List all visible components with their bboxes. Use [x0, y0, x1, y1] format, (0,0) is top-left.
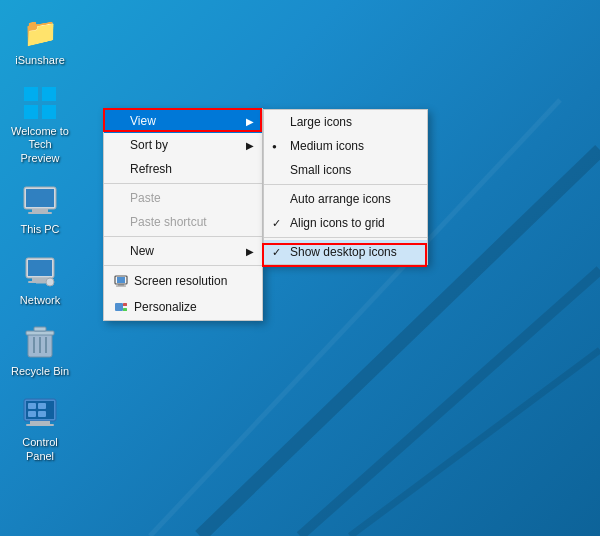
network-label: Network [20, 294, 60, 307]
svg-rect-35 [116, 286, 126, 287]
sort-label: Sort by [130, 138, 168, 152]
desktop-icon-network[interactable]: Network [5, 248, 75, 311]
thispc-icon [20, 181, 60, 221]
desktop-icon-welcome[interactable]: Welcome to Tech Preview [5, 79, 75, 169]
svg-rect-29 [38, 411, 46, 417]
svg-line-2 [350, 350, 600, 536]
align-check: ✓ [272, 217, 288, 230]
svg-rect-34 [118, 284, 124, 286]
view-submenu: Large icons ● Medium icons Small icons A… [263, 109, 428, 265]
svg-rect-11 [28, 212, 52, 214]
svg-point-16 [46, 278, 54, 286]
context-menu-paste-shortcut: Paste shortcut [104, 210, 262, 234]
desktop-icon-thispc[interactable]: This PC [5, 177, 75, 240]
context-menu-paste: Paste [104, 186, 262, 210]
medium-label: Medium icons [290, 139, 364, 153]
svg-rect-31 [26, 424, 54, 426]
show-desktop-label: Show desktop icons [290, 245, 397, 259]
svg-rect-38 [123, 308, 127, 311]
svg-rect-7 [42, 105, 56, 119]
show-desktop-check: ✓ [272, 246, 288, 259]
submenu-sep-2 [264, 237, 427, 238]
svg-rect-36 [115, 303, 123, 311]
personalize-icon [112, 299, 130, 315]
context-menu: View ▶ Sort by ▶ Refresh Paste Paste sho… [103, 108, 263, 321]
desktop-icon-isunshare[interactable]: 📁 iSunshare [5, 8, 75, 71]
isunshare-icon: 📁 [20, 12, 60, 52]
svg-rect-33 [117, 277, 125, 283]
svg-rect-26 [28, 403, 36, 409]
desktop-icon-area: 📁 iSunshare Welcome to Tech Preview [0, 0, 80, 536]
context-menu-refresh[interactable]: Refresh [104, 157, 262, 181]
svg-rect-20 [34, 327, 46, 331]
thispc-label: This PC [20, 223, 59, 236]
desktop-icon-controlpanel[interactable]: Control Panel [5, 390, 75, 466]
svg-rect-30 [30, 421, 50, 424]
medium-bullet: ● [272, 142, 288, 151]
svg-rect-13 [28, 260, 52, 276]
desktop: 📁 iSunshare Welcome to Tech Preview [0, 0, 600, 536]
svg-rect-28 [28, 411, 36, 417]
svg-rect-19 [26, 331, 54, 335]
desktop-icon-recyclebin[interactable]: Recycle Bin [5, 319, 75, 382]
svg-rect-6 [24, 105, 38, 119]
auto-arrange-label: Auto arrange icons [290, 192, 391, 206]
controlpanel-label: Control Panel [9, 436, 71, 462]
view-arrow: ▶ [246, 116, 254, 127]
small-label: Small icons [290, 163, 351, 177]
large-label: Large icons [290, 115, 352, 129]
recyclebin-icon [20, 323, 60, 363]
context-menu-screen-resolution[interactable]: Screen resolution [104, 268, 262, 294]
refresh-label: Refresh [130, 162, 172, 176]
recyclebin-label: Recycle Bin [11, 365, 69, 378]
submenu-small-icons[interactable]: Small icons [264, 158, 427, 182]
isunshare-label: iSunshare [15, 54, 65, 67]
svg-rect-4 [24, 87, 38, 101]
submenu-align-grid[interactable]: ✓ Align icons to grid [264, 211, 427, 235]
submenu-show-desktop[interactable]: ✓ Show desktop icons [264, 240, 427, 264]
view-label: View [130, 114, 156, 128]
desktop-background-lines [0, 0, 600, 536]
svg-rect-10 [32, 209, 48, 212]
controlpanel-icon [20, 394, 60, 434]
paste-shortcut-label: Paste shortcut [130, 215, 207, 229]
personalize-label: Personalize [134, 300, 197, 314]
submenu-sep-1 [264, 184, 427, 185]
svg-line-1 [300, 270, 600, 536]
separator-3 [104, 265, 262, 266]
new-arrow: ▶ [246, 246, 254, 257]
svg-rect-27 [38, 403, 46, 409]
new-label: New [130, 244, 154, 258]
submenu-medium-icons[interactable]: ● Medium icons [264, 134, 427, 158]
svg-rect-17 [36, 282, 46, 284]
sort-arrow: ▶ [246, 140, 254, 151]
svg-rect-37 [123, 303, 127, 306]
screen-resolution-label: Screen resolution [134, 274, 227, 288]
svg-rect-14 [32, 278, 48, 281]
context-menu-view[interactable]: View ▶ [104, 109, 262, 133]
separator-1 [104, 183, 262, 184]
welcome-label: Welcome to Tech Preview [9, 125, 71, 165]
network-icon [20, 252, 60, 292]
context-menu-personalize[interactable]: Personalize [104, 294, 262, 320]
submenu-auto-arrange[interactable]: Auto arrange icons [264, 187, 427, 211]
welcome-icon [20, 83, 60, 123]
svg-rect-9 [26, 189, 54, 207]
svg-rect-5 [42, 87, 56, 101]
separator-2 [104, 236, 262, 237]
submenu-large-icons[interactable]: Large icons [264, 110, 427, 134]
paste-label: Paste [130, 191, 161, 205]
screen-resolution-icon [112, 273, 130, 289]
context-menu-new[interactable]: New ▶ [104, 239, 262, 263]
align-label: Align icons to grid [290, 216, 385, 230]
context-menu-sort-by[interactable]: Sort by ▶ [104, 133, 262, 157]
